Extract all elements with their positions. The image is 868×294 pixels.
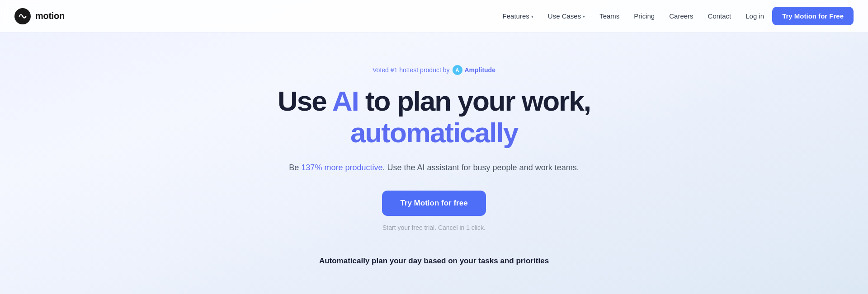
logo-text: motion [35,11,65,21]
nav-links: Features ▾ Use Cases ▾ Teams Pricing Car… [496,7,854,25]
headline-part2: to plan your work, [359,85,590,117]
logo[interactable]: motion [14,8,65,24]
hero-headline: Use AI to plan your work, [278,86,590,117]
nav-features[interactable]: Features ▾ [496,9,540,23]
headline-part1: Use [278,85,332,117]
trial-note: Start your free trial. Cancel in 1 click… [382,224,486,231]
sub-part1: Be [289,163,301,172]
hero-cta-button[interactable]: Try Motion for free [382,191,486,216]
amplitude-icon: A [453,65,462,75]
amplitude-logo: A Amplitude [453,65,495,75]
nav-cta-button[interactable]: Try Motion for Free [772,7,854,25]
sub-part2: . Use the AI assistant for busy people a… [382,163,579,172]
hero-headline-line2: automatically [350,117,518,149]
voted-text: Voted #1 hottest product by [373,66,449,74]
logo-icon [14,8,31,24]
nav-teams[interactable]: Teams [593,9,626,23]
productivity-highlight: 137% more productive [301,163,382,172]
nav-careers[interactable]: Careers [663,9,699,23]
nav-pricing[interactable]: Pricing [627,9,661,23]
nav-use-cases[interactable]: Use Cases ▾ [542,9,591,23]
hero-section: Voted #1 hottest product by A Amplitude … [0,33,868,284]
navbar: motion Features ▾ Use Cases ▾ Teams Pric… [0,0,868,33]
amplitude-name: Amplitude [465,66,495,74]
chevron-down-icon: ▾ [583,14,585,19]
chevron-down-icon: ▾ [531,14,533,19]
voted-badge: Voted #1 hottest product by A Amplitude [373,65,495,75]
headline-ai: AI [332,85,359,117]
hero-bottom-label: Automatically plan your day based on you… [319,257,549,266]
nav-contact[interactable]: Contact [702,9,738,23]
hero-subtext: Be 137% more productive. Use the AI assi… [289,161,579,174]
nav-login[interactable]: Log in [739,9,770,23]
